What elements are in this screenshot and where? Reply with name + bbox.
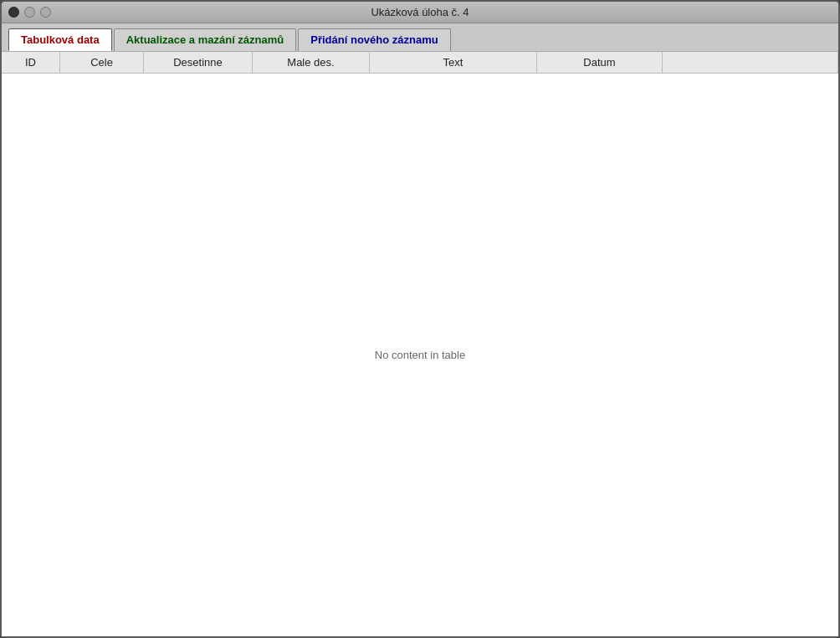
column-header-desetinne: Desetinne bbox=[144, 52, 253, 73]
main-window: Ukázková úloha č. 4 Tabulková data Aktua… bbox=[0, 0, 840, 638]
table-content: No content in table bbox=[2, 74, 838, 636]
tab-bar: Tabulková data Aktualizace a mazání zázn… bbox=[2, 23, 838, 52]
tab-pridani[interactable]: Přidání nového záznamu bbox=[298, 28, 450, 51]
column-header-text: Text bbox=[370, 52, 537, 73]
window-title: Ukázková úloha č. 4 bbox=[371, 6, 469, 18]
column-header-id: ID bbox=[2, 52, 60, 73]
column-header-extra bbox=[663, 52, 838, 73]
tab-aktualizace[interactable]: Aktualizace a mazání záznamů bbox=[114, 28, 297, 51]
close-button[interactable] bbox=[8, 7, 19, 18]
column-header-datum: Datum bbox=[537, 52, 663, 73]
table-header: ID Cele Desetinne Male des. Text Datum bbox=[2, 52, 838, 74]
empty-table-message: No content in table bbox=[375, 349, 465, 361]
title-bar: Ukázková úloha č. 4 bbox=[2, 2, 838, 23]
column-header-cele: Cele bbox=[60, 52, 144, 73]
column-header-maldes: Male des. bbox=[253, 52, 370, 73]
maximize-button[interactable] bbox=[40, 7, 51, 18]
window-controls bbox=[8, 7, 51, 18]
tab-tabulkova-data[interactable]: Tabulková data bbox=[8, 28, 112, 51]
minimize-button[interactable] bbox=[24, 7, 35, 18]
